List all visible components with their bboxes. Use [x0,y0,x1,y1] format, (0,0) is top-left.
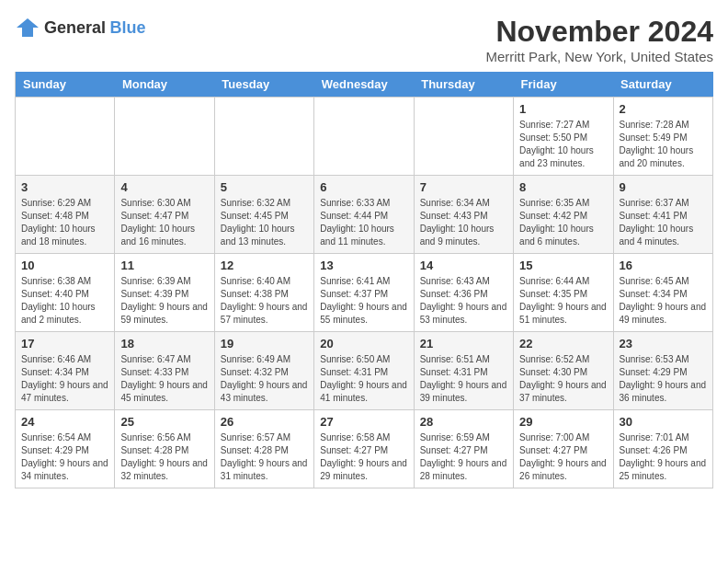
day-header-saturday: Saturday [613,72,712,98]
calendar-cell: 8Sunrise: 6:35 AM Sunset: 4:42 PM Daylig… [514,176,613,254]
calendar-cell: 21Sunrise: 6:51 AM Sunset: 4:31 PM Dayli… [414,332,513,410]
day-number: 12 [221,259,308,272]
calendar-cell: 26Sunrise: 6:57 AM Sunset: 4:28 PM Dayli… [214,410,313,488]
calendar-cell: 17Sunrise: 6:46 AM Sunset: 4:34 PM Dayli… [16,332,115,410]
day-info: Sunrise: 6:40 AM Sunset: 4:38 PM Dayligh… [221,275,308,327]
calendar-cell: 28Sunrise: 6:59 AM Sunset: 4:27 PM Dayli… [414,410,513,488]
calendar-cell: 7Sunrise: 6:34 AM Sunset: 4:43 PM Daylig… [414,176,513,254]
day-info: Sunrise: 6:58 AM Sunset: 4:27 PM Dayligh… [320,431,407,483]
day-info: Sunrise: 6:34 AM Sunset: 4:43 PM Dayligh… [420,197,507,248]
header: General Blue November 2024 Merritt Park,… [15,15,713,64]
day-info: Sunrise: 6:56 AM Sunset: 4:28 PM Dayligh… [120,431,208,483]
day-number: 17 [21,337,108,350]
day-number: 25 [120,415,208,429]
calendar-cell: 12Sunrise: 6:40 AM Sunset: 4:38 PM Dayli… [214,254,313,332]
week-row-5: 24Sunrise: 6:54 AM Sunset: 4:29 PM Dayli… [16,410,713,488]
day-info: Sunrise: 6:54 AM Sunset: 4:29 PM Dayligh… [21,431,108,483]
day-header-friday: Friday [514,72,613,98]
day-number: 8 [519,180,607,194]
calendar-cell [214,98,313,176]
day-info: Sunrise: 6:30 AM Sunset: 4:47 PM Dayligh… [120,197,208,248]
calendar-cell [16,98,115,176]
day-number: 13 [320,259,407,272]
day-number: 5 [221,180,308,194]
day-number: 15 [519,259,607,272]
calendar-cell: 22Sunrise: 6:52 AM Sunset: 4:30 PM Dayli… [514,332,613,410]
day-number: 10 [21,259,108,272]
week-row-2: 3Sunrise: 6:29 AM Sunset: 4:48 PM Daylig… [16,176,713,254]
calendar-cell: 3Sunrise: 6:29 AM Sunset: 4:48 PM Daylig… [16,176,115,254]
day-number: 24 [21,415,108,429]
calendar-cell: 14Sunrise: 6:43 AM Sunset: 4:36 PM Dayli… [414,254,513,332]
day-info: Sunrise: 6:50 AM Sunset: 4:31 PM Dayligh… [320,353,407,405]
day-info: Sunrise: 6:38 AM Sunset: 4:40 PM Dayligh… [21,275,108,327]
day-info: Sunrise: 6:59 AM Sunset: 4:27 PM Dayligh… [420,431,507,483]
calendar-cell: 29Sunrise: 7:00 AM Sunset: 4:27 PM Dayli… [514,410,613,488]
day-info: Sunrise: 6:51 AM Sunset: 4:31 PM Dayligh… [420,353,507,405]
day-header-monday: Monday [115,72,214,98]
calendar-cell: 5Sunrise: 6:32 AM Sunset: 4:45 PM Daylig… [214,176,313,254]
calendar-cell [314,98,414,176]
calendar-cell [115,98,214,176]
day-info: Sunrise: 7:27 AM Sunset: 5:50 PM Dayligh… [519,119,607,170]
calendar-cell: 1Sunrise: 7:27 AM Sunset: 5:50 PM Daylig… [514,98,613,176]
day-number: 22 [519,337,607,350]
calendar-cell: 13Sunrise: 6:41 AM Sunset: 4:37 PM Dayli… [314,254,414,332]
day-info: Sunrise: 6:46 AM Sunset: 4:34 PM Dayligh… [21,353,108,405]
day-info: Sunrise: 6:53 AM Sunset: 4:29 PM Dayligh… [620,353,707,405]
calendar-cell: 6Sunrise: 6:33 AM Sunset: 4:44 PM Daylig… [314,176,414,254]
week-row-4: 17Sunrise: 6:46 AM Sunset: 4:34 PM Dayli… [16,332,713,410]
logo-icon [15,15,40,40]
calendar-cell: 18Sunrise: 6:47 AM Sunset: 4:33 PM Dayli… [115,332,214,410]
calendar-cell: 24Sunrise: 6:54 AM Sunset: 4:29 PM Dayli… [16,410,115,488]
calendar-cell: 27Sunrise: 6:58 AM Sunset: 4:27 PM Dayli… [314,410,414,488]
day-number: 23 [620,337,707,350]
day-number: 14 [420,259,507,272]
calendar-cell: 10Sunrise: 6:38 AM Sunset: 4:40 PM Dayli… [16,254,115,332]
day-info: Sunrise: 6:39 AM Sunset: 4:39 PM Dayligh… [120,275,208,327]
day-number: 21 [420,337,507,350]
day-header-sunday: Sunday [16,72,115,98]
day-number: 30 [620,415,707,429]
calendar-cell: 4Sunrise: 6:30 AM Sunset: 4:47 PM Daylig… [115,176,214,254]
day-number: 1 [519,102,607,116]
calendar-cell: 19Sunrise: 6:49 AM Sunset: 4:32 PM Dayli… [214,332,313,410]
day-number: 2 [620,102,707,116]
day-info: Sunrise: 6:29 AM Sunset: 4:48 PM Dayligh… [21,197,108,248]
day-number: 11 [120,259,208,272]
day-info: Sunrise: 6:37 AM Sunset: 4:41 PM Dayligh… [620,197,707,248]
day-info: Sunrise: 7:00 AM Sunset: 4:27 PM Dayligh… [519,431,607,483]
calendar-cell: 25Sunrise: 6:56 AM Sunset: 4:28 PM Dayli… [115,410,214,488]
day-number: 4 [120,180,208,194]
day-header-thursday: Thursday [414,72,513,98]
header-row: SundayMondayTuesdayWednesdayThursdayFrid… [16,72,713,98]
day-info: Sunrise: 6:47 AM Sunset: 4:33 PM Dayligh… [120,353,208,405]
logo: General Blue [15,15,146,40]
day-info: Sunrise: 6:57 AM Sunset: 4:28 PM Dayligh… [221,431,308,483]
day-header-wednesday: Wednesday [314,72,414,98]
day-header-tuesday: Tuesday [214,72,313,98]
calendar-cell: 11Sunrise: 6:39 AM Sunset: 4:39 PM Dayli… [115,254,214,332]
logo-text: General Blue [44,18,146,38]
calendar-cell [414,98,513,176]
calendar-cell: 2Sunrise: 7:28 AM Sunset: 5:49 PM Daylig… [613,98,712,176]
day-info: Sunrise: 6:49 AM Sunset: 4:32 PM Dayligh… [221,353,308,405]
day-number: 9 [620,180,707,194]
calendar-cell: 30Sunrise: 7:01 AM Sunset: 4:26 PM Dayli… [613,410,712,488]
calendar-cell: 20Sunrise: 6:50 AM Sunset: 4:31 PM Dayli… [314,332,414,410]
calendar-cell: 23Sunrise: 6:53 AM Sunset: 4:29 PM Dayli… [613,332,712,410]
day-number: 18 [120,337,208,350]
day-number: 19 [221,337,308,350]
day-number: 26 [221,415,308,429]
day-info: Sunrise: 7:01 AM Sunset: 4:26 PM Dayligh… [620,431,707,483]
day-info: Sunrise: 6:41 AM Sunset: 4:37 PM Dayligh… [320,275,407,327]
title-section: November 2024 Merritt Park, New York, Un… [485,15,713,64]
day-number: 29 [519,415,607,429]
day-number: 28 [420,415,507,429]
week-row-1: 1Sunrise: 7:27 AM Sunset: 5:50 PM Daylig… [16,98,713,176]
calendar-cell: 9Sunrise: 6:37 AM Sunset: 4:41 PM Daylig… [613,176,712,254]
day-info: Sunrise: 6:44 AM Sunset: 4:35 PM Dayligh… [519,275,607,327]
calendar-cell: 15Sunrise: 6:44 AM Sunset: 4:35 PM Dayli… [514,254,613,332]
week-row-3: 10Sunrise: 6:38 AM Sunset: 4:40 PM Dayli… [16,254,713,332]
day-number: 3 [21,180,108,194]
